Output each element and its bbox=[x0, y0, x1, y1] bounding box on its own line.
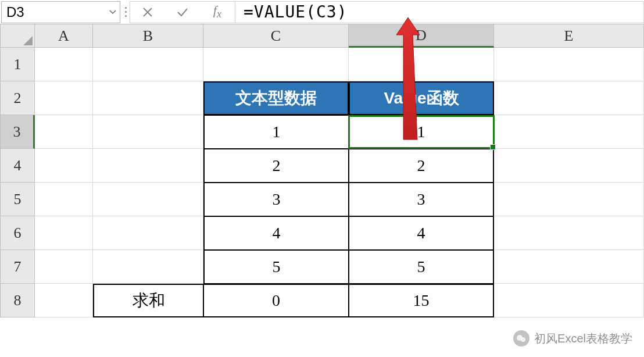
col-header-E[interactable]: E bbox=[494, 24, 644, 48]
row-4: 4 2 2 bbox=[0, 149, 644, 183]
cell-E1[interactable] bbox=[494, 48, 644, 81]
cell-D8[interactable]: 15 bbox=[349, 284, 494, 317]
cell-A7[interactable] bbox=[35, 250, 93, 284]
row-header-6[interactable]: 6 bbox=[0, 216, 35, 250]
cell-A2[interactable] bbox=[35, 81, 93, 115]
cell-D7[interactable]: 5 bbox=[349, 250, 494, 284]
chevron-down-icon[interactable] bbox=[108, 8, 117, 17]
cell-C1[interactable] bbox=[203, 48, 349, 81]
row-header-3[interactable]: 3 bbox=[0, 115, 35, 149]
cell-A4[interactable] bbox=[35, 149, 93, 183]
cell-E4[interactable] bbox=[494, 149, 644, 183]
svg-point-1 bbox=[521, 337, 525, 342]
cell-C4[interactable]: 2 bbox=[203, 149, 349, 183]
cell-D2[interactable]: Value函数 bbox=[349, 81, 494, 115]
cell-E7[interactable] bbox=[494, 250, 644, 284]
cell-B6[interactable] bbox=[93, 216, 203, 250]
cell-C7[interactable]: 5 bbox=[203, 250, 349, 284]
select-all-corner[interactable] bbox=[0, 24, 35, 48]
cell-E2[interactable] bbox=[494, 81, 644, 115]
formula-buttons: fx bbox=[130, 1, 235, 23]
cell-B7[interactable] bbox=[93, 250, 203, 284]
row-7: 7 5 5 bbox=[0, 250, 644, 284]
row-header-2[interactable]: 2 bbox=[0, 81, 35, 115]
cell-D5[interactable]: 3 bbox=[349, 183, 494, 216]
formula-input[interactable]: =VALUE(C3) bbox=[235, 1, 644, 23]
cell-E3[interactable] bbox=[494, 115, 644, 149]
column-headers: A B C D E bbox=[0, 24, 644, 48]
fx-icon[interactable]: fx bbox=[200, 2, 235, 23]
col-header-B[interactable]: B bbox=[93, 24, 203, 48]
row-header-5[interactable]: 5 bbox=[0, 183, 35, 216]
cell-A6[interactable] bbox=[35, 216, 93, 250]
divider-handle[interactable] bbox=[121, 1, 130, 23]
cell-E5[interactable] bbox=[494, 183, 644, 216]
name-box[interactable]: D3 bbox=[1, 1, 120, 23]
row-6: 6 4 4 bbox=[0, 216, 644, 250]
row-header-7[interactable]: 7 bbox=[0, 250, 35, 284]
cell-C3[interactable]: 1 bbox=[203, 115, 349, 149]
cell-B1[interactable] bbox=[93, 48, 203, 81]
spreadsheet-grid: A B C D E 1 2 文本型数据 Value函数 3 1 1 4 bbox=[0, 24, 644, 317]
cell-E8[interactable] bbox=[494, 284, 644, 317]
row-header-4[interactable]: 4 bbox=[0, 149, 35, 183]
row-8: 8 求和 0 15 bbox=[0, 284, 644, 317]
formula-bar: D3 fx =VALUE(C3) bbox=[0, 0, 644, 24]
cell-D6[interactable]: 4 bbox=[349, 216, 494, 250]
confirm-icon[interactable] bbox=[165, 2, 200, 23]
cell-B4[interactable] bbox=[93, 149, 203, 183]
row-1: 1 bbox=[0, 48, 644, 81]
cell-B3[interactable] bbox=[93, 115, 203, 149]
row-3: 3 1 1 bbox=[0, 115, 644, 149]
cell-D1[interactable] bbox=[349, 48, 494, 81]
watermark-text: 初风Excel表格教学 bbox=[534, 331, 632, 347]
cell-A1[interactable] bbox=[35, 48, 93, 81]
col-header-C[interactable]: C bbox=[203, 24, 349, 48]
cell-D4[interactable]: 2 bbox=[349, 149, 494, 183]
name-box-value: D3 bbox=[6, 4, 24, 20]
row-header-1[interactable]: 1 bbox=[0, 48, 35, 81]
cell-A5[interactable] bbox=[35, 183, 93, 216]
col-header-D[interactable]: D bbox=[349, 24, 494, 48]
cell-B2[interactable] bbox=[93, 81, 203, 115]
row-5: 5 3 3 bbox=[0, 183, 644, 216]
cell-C5[interactable]: 3 bbox=[203, 183, 349, 216]
cell-B5[interactable] bbox=[93, 183, 203, 216]
row-header-8[interactable]: 8 bbox=[0, 284, 35, 317]
row-2: 2 文本型数据 Value函数 bbox=[0, 81, 644, 115]
cancel-icon[interactable] bbox=[130, 2, 165, 23]
formula-text: =VALUE(C3) bbox=[244, 2, 348, 22]
wechat-icon bbox=[513, 330, 529, 347]
cell-C8[interactable]: 0 bbox=[203, 284, 349, 317]
cell-A8[interactable] bbox=[35, 284, 93, 317]
cell-B8[interactable]: 求和 bbox=[93, 284, 203, 317]
cell-D3[interactable]: 1 bbox=[349, 115, 494, 149]
cell-A3[interactable] bbox=[35, 115, 93, 149]
cell-C2[interactable]: 文本型数据 bbox=[203, 81, 349, 115]
cell-C6[interactable]: 4 bbox=[203, 216, 349, 250]
col-header-A[interactable]: A bbox=[35, 24, 93, 48]
cell-E6[interactable] bbox=[494, 216, 644, 250]
watermark: 初风Excel表格教学 bbox=[513, 330, 632, 347]
